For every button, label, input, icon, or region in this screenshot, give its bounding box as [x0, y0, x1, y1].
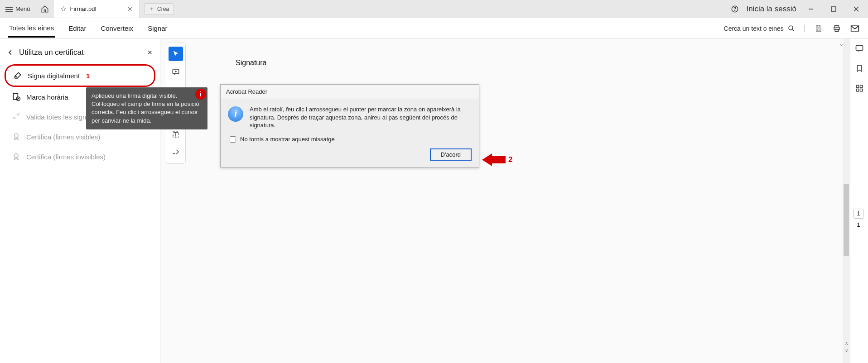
svg-rect-9	[817, 29, 820, 31]
annotation-info-badge: i	[195, 89, 206, 100]
svg-rect-14	[13, 94, 18, 100]
pen-signature-icon	[13, 71, 22, 80]
share-button[interactable]	[850, 24, 860, 33]
app-body: Utilitza un certificat ✕ Signa digitalme…	[0, 39, 868, 363]
dialog-actions: D'acord	[221, 148, 479, 167]
star-icon: ☆	[60, 5, 67, 13]
home-icon	[41, 5, 49, 13]
sidebar-item-sign-digitally[interactable]: Signa digitalment 1	[5, 64, 155, 87]
dialog-checkbox-label: No tornis a mostrar aquest missatge	[240, 136, 335, 143]
arrow-body	[492, 156, 506, 163]
tool-add-comment[interactable]	[169, 65, 183, 79]
thumbnails-panel-button[interactable]	[854, 83, 864, 93]
menu-label: Menú	[15, 5, 30, 12]
svg-point-17	[14, 153, 18, 157]
svg-rect-20	[856, 45, 863, 50]
validate-icon	[12, 112, 21, 121]
window-close[interactable]	[848, 3, 864, 15]
grid-icon	[855, 84, 863, 92]
save-button[interactable]	[814, 24, 824, 33]
document-tab[interactable]: ☆ Firmar.pdf ✕	[54, 0, 140, 18]
window-minimize[interactable]	[803, 3, 819, 15]
page-current-input[interactable]: 1	[854, 209, 863, 219]
svg-rect-24	[860, 89, 862, 91]
page-indicator: 1 1	[854, 209, 863, 228]
back-button[interactable]	[7, 49, 14, 56]
arrow-head-icon	[482, 153, 492, 166]
comment-add-icon	[172, 68, 180, 76]
tab-title: Firmar.pdf	[70, 5, 97, 12]
svg-rect-8	[817, 25, 820, 27]
vertical-scrollbar[interactable]: ∧ ∨	[843, 39, 850, 363]
menu-button[interactable]: Menú	[0, 0, 36, 18]
comment-icon	[855, 44, 864, 53]
svg-point-6	[789, 26, 793, 30]
menu-all-tools[interactable]: Totes les eines	[8, 19, 55, 38]
sidebar-item-label: Certifica (firmes visibles)	[26, 133, 100, 141]
sidebar-item-certify-invisible: Certifica (firmes invisibles)	[5, 147, 155, 167]
home-button[interactable]	[36, 0, 54, 18]
print-icon	[833, 24, 841, 33]
print-button[interactable]	[832, 24, 842, 33]
sidebar-item-label: Marca horària	[26, 93, 68, 101]
title-bar-right: Inicia la sessió	[730, 0, 868, 18]
dialog: Acrobat Reader i Amb el ratolí, feu clic…	[220, 84, 479, 167]
info-icon: i	[200, 91, 202, 98]
sidebar-header: Utilitza un certificat ✕	[5, 44, 155, 64]
signature-heading: Signatura	[236, 59, 267, 67]
bookmarks-panel-button[interactable]	[854, 63, 864, 73]
sidebar: Utilitza un certificat ✕ Signa digitalme…	[0, 39, 160, 363]
bookmark-icon	[855, 64, 863, 73]
tool-select[interactable]	[169, 47, 183, 61]
right-rail: 1 1	[850, 39, 868, 363]
tooltip: Apliqueu una firma digital visible. Col·…	[86, 87, 207, 129]
sidebar-title: Utilitza un certificat	[19, 48, 142, 57]
dialog-ok-button[interactable]: D'acord	[430, 148, 472, 161]
sidebar-close[interactable]: ✕	[147, 49, 153, 56]
dialog-info-icon: i	[228, 106, 243, 122]
scroll-down-button[interactable]: ∨	[843, 347, 850, 354]
svg-rect-23	[856, 89, 858, 91]
dialog-body: i Amb el ratolí, feu clic i arrossegueu …	[221, 99, 479, 135]
annotation-number-2: 2	[508, 155, 512, 164]
text-icon	[172, 130, 180, 139]
tool-fill-sign[interactable]	[169, 145, 183, 160]
search-label: Cerca un text o eines	[724, 25, 784, 32]
svg-rect-3	[831, 7, 836, 11]
mail-icon	[850, 25, 859, 32]
tooltip-text: Apliqueu una firma digital visible. Col·…	[92, 92, 199, 124]
menubar: Totes les eines Editar Converteix Signar…	[0, 18, 868, 39]
svg-rect-22	[860, 85, 862, 87]
cursor-icon	[172, 50, 179, 57]
ribbon-icon	[12, 132, 21, 141]
dialog-checkbox[interactable]	[230, 136, 236, 143]
comments-panel-button[interactable]	[854, 43, 864, 53]
tab-close-button[interactable]: ✕	[127, 5, 133, 13]
help-icon	[731, 5, 739, 13]
create-button[interactable]: ＋ Crea	[144, 3, 174, 15]
tool-text[interactable]	[169, 127, 183, 142]
signin-link[interactable]: Inicia la sessió	[746, 5, 796, 14]
menubar-right: Cerca un text o eines |	[724, 24, 860, 33]
svg-line-7	[792, 29, 794, 31]
dialog-title: Acrobat Reader	[221, 85, 479, 99]
hamburger-icon	[5, 6, 13, 12]
page-total: 1	[857, 221, 860, 228]
document-viewport[interactable]: Signatura Acrobat Reader i Amb el ratolí…	[186, 39, 850, 363]
search-box[interactable]: Cerca un text o eines	[724, 24, 796, 33]
ribbon-outline-icon	[12, 152, 21, 161]
scrollbar-thumb[interactable]	[844, 184, 849, 256]
menu-edit[interactable]: Editar	[68, 20, 87, 37]
scroll-up-button[interactable]: ∧	[843, 339, 850, 347]
help-button[interactable]	[730, 4, 740, 14]
search-icon	[787, 24, 796, 33]
window-maximize[interactable]	[825, 3, 842, 15]
save-icon	[815, 24, 823, 33]
menu-convert[interactable]: Converteix	[100, 20, 134, 37]
title-bar: Menú ☆ Firmar.pdf ✕ ＋ Crea Inicia la ses…	[0, 0, 868, 18]
dialog-dont-show-again[interactable]: No tornis a mostrar aquest missatge	[221, 135, 479, 148]
dialog-message: Amb el ratolí, feu clic i arrossegueu el…	[250, 105, 472, 129]
menu-sign[interactable]: Signar	[147, 20, 168, 37]
svg-point-1	[735, 10, 735, 11]
sidebar-item-label: Signa digitalment	[28, 72, 80, 80]
